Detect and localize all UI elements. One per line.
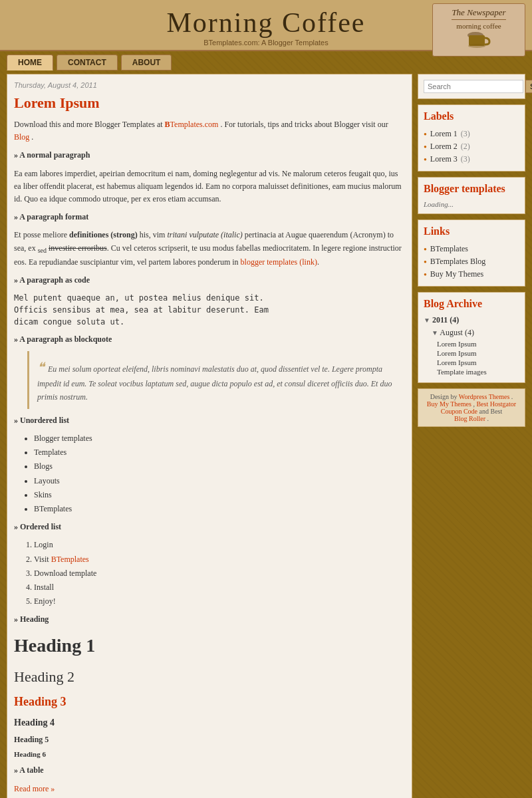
ordered-list: Login Visit BTemplates Download template…: [34, 539, 405, 608]
archive-post-link[interactable]: Lorem Ipsum: [437, 349, 519, 357]
quote-open-icon: ❝: [37, 360, 48, 374]
list-item: BTemplates: [34, 503, 405, 515]
list-item: Templates: [34, 446, 405, 459]
label-link-1[interactable]: Lorem 1: [430, 129, 458, 139]
heading-1: Heading 1: [14, 631, 405, 661]
format-para: Et posse meliore definitiones (strong) h…: [14, 229, 405, 269]
content-area: Thursday, August 4, 2011 Lorem Ipsum Dow…: [0, 74, 532, 798]
archive-month-link[interactable]: August (4): [440, 328, 474, 337]
footer-wordpress-link[interactable]: Wordpress Themes: [459, 393, 510, 400]
label-link-2[interactable]: Lorem 2: [430, 142, 458, 152]
blockquote: ❝ Eu mei solum oporteat eleifend, libris…: [27, 351, 405, 408]
heading-2: Heading 2: [14, 665, 405, 688]
search-button[interactable]: Submit: [525, 80, 532, 93]
site-title: Morning Coffee: [166, 7, 365, 39]
list-item: Visit BTemplates: [34, 553, 405, 566]
label-item: Lorem 2 (2): [424, 140, 519, 153]
archive-post-link[interactable]: Template images: [437, 368, 519, 376]
links-title: Links: [424, 225, 519, 237]
heading-4: Heading 4: [14, 716, 405, 730]
heading-5: Heading 5: [14, 733, 405, 746]
archive-year-link[interactable]: 2011 (4): [432, 315, 459, 325]
post-1-intro: Download this and more Blogger Templates…: [14, 118, 405, 144]
main-content: Thursday, August 4, 2011 Lorem Ipsum Dow…: [7, 74, 412, 798]
search-input[interactable]: [424, 80, 523, 93]
normal-para: Ea eam labores imperdiet, apeirian democ…: [14, 168, 405, 206]
label-count-2: (2): [461, 142, 470, 152]
section-heading-header: » Heading: [14, 613, 405, 626]
blogger-templates-widget: Blogger templates Loading...: [418, 177, 525, 214]
search-widget: Submit: [418, 74, 525, 99]
blog-link[interactable]: Blog: [14, 132, 29, 142]
post-1: Lorem Ipsum Download this and more Blogg…: [14, 94, 405, 798]
archive-triangle-icon: ▼: [424, 317, 430, 324]
bold-text: definitiones (strong): [69, 230, 138, 239]
date-header: Thursday, August 4, 2011: [14, 81, 405, 89]
list-item: Enjoy!: [34, 595, 405, 608]
link-item: BTemplates: [424, 243, 519, 255]
blogger-templates-link-2[interactable]: blogger templates (link): [241, 257, 317, 267]
section-unordered-header: » Unordered list: [14, 414, 405, 427]
footer-period: .: [511, 393, 513, 400]
search-row: Submit: [424, 80, 519, 93]
footer-design-by: Design by: [430, 393, 459, 400]
archive-title: Blog Archive: [424, 298, 519, 310]
section-code-header: » A paragraph as code: [14, 274, 405, 287]
list-item: Layouts: [34, 475, 405, 487]
archive-post-link[interactable]: Lorem Ipsum: [437, 340, 519, 348]
link-btemplates-blog[interactable]: BTemplates Blog: [430, 257, 485, 267]
footer-period2: .: [487, 415, 489, 422]
label-item: Lorem 3 (3): [424, 153, 519, 166]
post-1-title: Lorem Ipsum: [14, 94, 405, 112]
link-item: Buy My Themes: [424, 268, 519, 281]
nav-about[interactable]: ABOUT: [121, 55, 172, 70]
list-item: Download template: [34, 567, 405, 580]
archive-year: ▼ 2011 (4): [424, 315, 519, 325]
list-item: Install: [34, 581, 405, 594]
section-blockquote-header: » A paragraph as blockquote: [14, 333, 405, 346]
page-wrapper: Morning Coffee BTemplates.com: A Blogger…: [0, 0, 532, 798]
coffee-text: morning coffee: [452, 22, 505, 30]
post-1-content: Download this and more Blogger Templates…: [14, 118, 405, 795]
code-block: Mel putent quaeque an, ut postea melius …: [14, 292, 405, 328]
sidebar: Submit Labels Lorem 1 (3) Lorem 2 (2): [412, 74, 525, 798]
heading-6: Heading 6: [14, 749, 405, 761]
link-buy-themes[interactable]: Buy My Themes: [430, 269, 483, 279]
newspaper-title: The Newspaper: [452, 7, 505, 20]
archive-month-triangle-icon: ▼: [432, 329, 438, 336]
blogger-templates-link[interactable]: BTemplates.com: [165, 120, 221, 129]
strikethrough-text: investire erroribus: [49, 243, 107, 253]
site-logo: Morning Coffee BTemplates.com: A Blogger…: [166, 7, 365, 50]
label-count-3: (3): [461, 154, 470, 164]
svg-point-2: [468, 44, 485, 48]
nav-contact[interactable]: CONTACT: [57, 55, 118, 70]
archive-month: ▼ August (4): [432, 328, 519, 338]
section-format-header: » A paragraph format: [14, 211, 405, 223]
label-item: Lorem 1 (3): [424, 128, 519, 140]
list-item: Login: [34, 539, 405, 551]
footer-buy-themes-link[interactable]: Buy My Themes: [427, 400, 471, 408]
sub-text: sed: [38, 247, 47, 254]
archive-widget: Blog Archive ▼ 2011 (4) ▼ August (4) Lor…: [418, 292, 525, 383]
footer-blog-roller-link[interactable]: Blog Roller: [454, 415, 485, 422]
section-table-header: » A table: [14, 764, 405, 777]
archive-post-link[interactable]: Lorem Ipsum: [437, 358, 519, 366]
bt-logo-b: B: [165, 120, 170, 129]
link-item: BTemplates Blog: [424, 255, 519, 268]
sidebar-footer-widget: Design by Wordpress Themes . Buy My Them…: [418, 388, 525, 427]
labels-title: Labels: [424, 110, 519, 122]
read-more-link[interactable]: Read more »: [14, 783, 405, 795]
acronym-text: Augue quaerendum (Acronym): [285, 230, 386, 239]
list-item: Blogs: [34, 460, 405, 473]
label-link-3[interactable]: Lorem 3: [430, 154, 458, 164]
label-count-1: (3): [461, 129, 470, 139]
section-ordered-header: » Ordered list: [14, 521, 405, 533]
header-coffee-image: The Newspaper morning coffee: [432, 3, 525, 57]
list-item: Blogger templates: [34, 432, 405, 445]
blogger-templates-loading: Loading...: [424, 200, 519, 208]
link-btemplates[interactable]: BTemplates: [430, 244, 468, 254]
newspaper-logo: The Newspaper morning coffee: [452, 7, 505, 53]
blogger-templates-title: Blogger templates: [424, 183, 519, 195]
nav-home[interactable]: HOME: [7, 55, 53, 70]
btemplates-link[interactable]: BTemplates: [51, 555, 89, 564]
